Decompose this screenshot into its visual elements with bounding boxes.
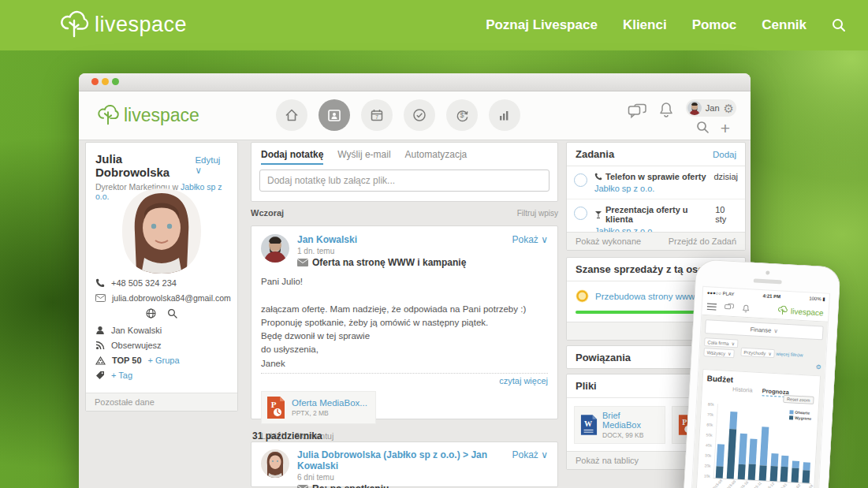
chat-icon[interactable] bbox=[725, 303, 736, 311]
site-search-icon[interactable] bbox=[832, 18, 846, 32]
task1-checkbox[interactable] bbox=[574, 173, 587, 187]
site-logo[interactable]: livespace bbox=[58, 10, 187, 39]
nav-klienci[interactable]: Klienci bbox=[623, 17, 667, 33]
chat-icon[interactable] bbox=[628, 103, 648, 119]
phone-screen: ●●●○○ PLAY 4:21 PM 100% ▮ livespace Fina… bbox=[691, 286, 830, 488]
tab-automation[interactable]: Automatyzacja bbox=[405, 149, 468, 165]
relations-title: Powiązania bbox=[576, 352, 631, 363]
filter-revenue-select[interactable]: Przychody∨ bbox=[740, 348, 775, 358]
chart-bar bbox=[759, 406, 770, 480]
filter-entries-link[interactable]: Filtruj wpisy bbox=[517, 209, 558, 218]
task1-title: Telefon w sprawie oferty bbox=[605, 172, 706, 181]
hamburger-menu-icon[interactable] bbox=[707, 303, 717, 311]
composer-card: Dodaj notatkę Wyślij e-mail Automatyzacj… bbox=[251, 142, 558, 202]
phone-filters: Cała firma∨ Wszyscy∨ Przychody∨ więcej f… bbox=[703, 337, 823, 371]
feed2-time: 6 dni temu bbox=[297, 473, 505, 482]
app-logo[interactable]: livespace bbox=[96, 104, 199, 126]
profile-edit[interactable]: Edytuj ∨ bbox=[195, 155, 228, 176]
chart-bar bbox=[737, 405, 748, 479]
nav-sales-button[interactable]: $ bbox=[446, 99, 478, 131]
app-header: livespace 7 $ bbox=[79, 91, 751, 140]
files-show-board-link[interactable]: Pokaż na tablicy bbox=[576, 456, 639, 465]
user-avatar bbox=[687, 101, 702, 115]
add-plus-icon[interactable]: + bbox=[721, 119, 730, 138]
maximize-window-button[interactable] bbox=[112, 78, 119, 85]
add-tag-link[interactable]: + Tag bbox=[111, 371, 132, 380]
read-more-link[interactable]: czytaj więcej bbox=[261, 373, 548, 386]
nav-calendar-button[interactable]: 7 bbox=[361, 99, 393, 131]
reset-zoom-button[interactable]: Reset zoom bbox=[783, 395, 814, 404]
svg-text:7: 7 bbox=[375, 114, 378, 120]
phone-chart-card: Budżet Historia Prognoza Reset zoom Otwa… bbox=[696, 369, 821, 488]
profile-phone-row: +48 505 324 234 bbox=[95, 278, 237, 288]
phone-icon bbox=[95, 278, 105, 288]
feed1-body: Pani Julio! załączam ofertę. Mam nadziej… bbox=[261, 275, 548, 371]
tab-historia[interactable]: Historia bbox=[732, 386, 753, 395]
app-search-icon[interactable] bbox=[696, 121, 710, 134]
chart-bar bbox=[716, 404, 727, 478]
calendar-icon: 7 bbox=[369, 107, 385, 123]
task2-checkbox[interactable] bbox=[574, 207, 587, 220]
attachment-name: Oferta MediaBox... bbox=[292, 398, 367, 408]
feed1-author-link[interactable]: Jan Kowalski bbox=[297, 234, 505, 245]
home-icon bbox=[284, 107, 300, 123]
feed2-author-link[interactable]: Julia Dobrowolska (Jabłko sp z o.o.) > J… bbox=[297, 449, 505, 471]
feed1-show-toggle[interactable]: Pokaż ∨ bbox=[512, 234, 549, 268]
file-chip-docx[interactable]: W Brief MediaBox DOCX, 99 KB bbox=[574, 406, 665, 444]
nav-home-button[interactable] bbox=[276, 99, 307, 131]
close-window-button[interactable] bbox=[91, 78, 99, 85]
filter-everyone-select[interactable]: Wszyscy∨ bbox=[703, 348, 735, 358]
nav-tasks-button[interactable] bbox=[404, 99, 435, 131]
person-icon bbox=[95, 326, 105, 335]
feed-item-email-2: Julia Dobrowolska (Jabłko sp z o.o.) > J… bbox=[251, 441, 558, 487]
minimize-window-button[interactable] bbox=[102, 78, 109, 85]
feed-item-email: Jan Kowalski 1 dn. temu Oferta na stronę… bbox=[251, 225, 558, 419]
tab-add-note[interactable]: Dodaj notatkę bbox=[261, 149, 323, 165]
tab-send-email[interactable]: Wyślij e-mail bbox=[337, 149, 390, 165]
task2-due: 10 sty bbox=[715, 205, 738, 224]
filter-company-select[interactable]: Cała firma∨ bbox=[704, 337, 738, 348]
profile-footer[interactable]: Pozostałe dane bbox=[86, 393, 237, 411]
task1-company-link[interactable]: Jabłko sp z o.o. bbox=[594, 184, 738, 193]
nav-cennik[interactable]: Cennik bbox=[762, 17, 807, 33]
add-group-link[interactable]: + Grupa bbox=[148, 356, 180, 365]
chart-bar bbox=[727, 404, 738, 479]
avatar-julia-dobrowolska bbox=[261, 449, 289, 478]
phone-section-select[interactable]: Finanse∨ bbox=[705, 319, 824, 340]
profile-tag-row: + Tag bbox=[95, 371, 237, 380]
chart-bar bbox=[780, 408, 792, 482]
chevron-down-icon: ∨ bbox=[195, 166, 201, 175]
feed2-show-toggle[interactable]: Pokaż ∨ bbox=[512, 449, 549, 488]
tasks-show-done-link[interactable]: Pokaż wykonane bbox=[576, 237, 641, 246]
user-menu[interactable]: Jan ⚙ bbox=[686, 99, 736, 117]
chart-bar bbox=[748, 406, 759, 480]
notifications-bell-icon[interactable] bbox=[659, 102, 673, 118]
nav-poznaj-livespace[interactable]: Poznaj Livespace bbox=[486, 17, 598, 33]
globe-icon[interactable] bbox=[146, 308, 156, 319]
feed2-subject: Re: po spotkaniu bbox=[297, 483, 505, 488]
tasks-goto-link[interactable]: Przejdź do Zadań bbox=[669, 237, 736, 246]
phone-chart-plot bbox=[713, 404, 815, 484]
search-person-icon[interactable] bbox=[167, 308, 177, 319]
contact-card-icon bbox=[326, 107, 342, 123]
composer-tabs: Dodaj notatkę Wyślij e-mail Automatyzacj… bbox=[251, 143, 557, 165]
notifications-bell-icon[interactable] bbox=[742, 304, 750, 312]
deals-title: Szanse sprzedaży z tą osobą bbox=[576, 263, 716, 275]
rss-follow-icon bbox=[95, 341, 105, 350]
chart-y-labels: 80k70k60k50k40k30k20k10k bbox=[701, 401, 714, 479]
envelope-icon bbox=[95, 294, 106, 302]
files-title: Pliki bbox=[576, 380, 597, 392]
more-filters-link[interactable]: więcej filtrów bbox=[776, 352, 803, 358]
settings-gear-icon[interactable]: ⚙ bbox=[724, 102, 734, 114]
tasks-card: Zadania Dodaj Telefon w sprawie oferty d… bbox=[566, 142, 746, 251]
page: livespace Poznaj Livespace Klienci Pomoc… bbox=[0, 0, 868, 488]
chart-bar bbox=[791, 408, 802, 482]
nav-stats-button[interactable] bbox=[489, 99, 520, 131]
browser-window: livespace 7 $ bbox=[79, 73, 751, 488]
tasks-add-link[interactable]: Dodaj bbox=[713, 150, 736, 159]
nav-contacts-button[interactable] bbox=[319, 99, 350, 131]
feed1-attachment[interactable]: P Oferta MediaBox... PPTX, 2 MB bbox=[261, 391, 376, 424]
phone-time: 4:21 PM bbox=[762, 293, 780, 299]
note-input[interactable] bbox=[259, 169, 549, 192]
nav-pomoc[interactable]: Pomoc bbox=[692, 17, 737, 33]
